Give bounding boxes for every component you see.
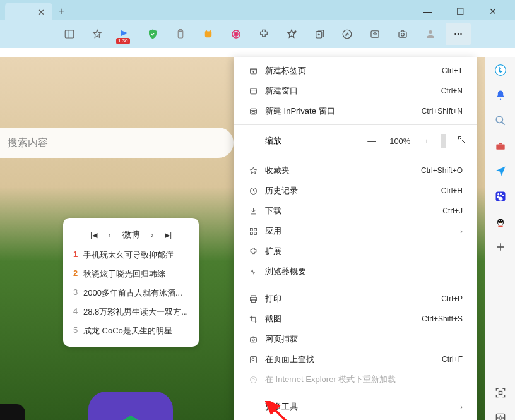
shield-icon[interactable] <box>140 23 165 45</box>
menu-favorites[interactable]: 收藏夹 Ctrl+Shift+O <box>234 160 477 181</box>
cat-icon[interactable] <box>196 23 221 45</box>
prev-icon[interactable]: ‹ <box>109 231 111 239</box>
menu-new-window[interactable]: 新建窗口 Ctrl+N <box>234 81 477 101</box>
new-window-icon <box>246 87 260 96</box>
extensions-icon[interactable] <box>251 23 276 45</box>
fullscreen-button[interactable] <box>454 134 469 148</box>
last-icon[interactable]: ▶| <box>165 231 172 239</box>
next-icon[interactable]: › <box>151 231 154 239</box>
weibo-card: |◀ ‹ 微博 › ▶| 1手机玩太久可导致抑郁症 2秋瓷炫于晓光回归韩综 32… <box>63 218 199 347</box>
svg-point-55 <box>502 195 504 196</box>
star-icon <box>246 166 260 176</box>
menu-extensions[interactable]: 扩展 <box>234 241 477 261</box>
profile-icon[interactable] <box>418 23 443 45</box>
screenshot-icon[interactable] <box>390 23 415 45</box>
svg-point-54 <box>500 193 502 195</box>
menu-performance[interactable]: 浏览器概要 <box>234 261 477 282</box>
menu-downloads[interactable]: 下载 Ctrl+J <box>234 201 477 221</box>
weibo-item[interactable]: 32000多年前古人就有冰酒... <box>63 284 199 303</box>
tab-close-icon[interactable]: ✕ <box>38 8 45 17</box>
search-bar[interactable]: 搜索内容 <box>0 128 234 158</box>
crop-icon <box>246 315 260 324</box>
svg-rect-13 <box>399 32 406 37</box>
menu-new-inprivate[interactable]: 新建 InPrivate 窗口 Ctrl+Shift+N <box>234 101 477 121</box>
weibo-item[interactable]: 428.8万彩礼男生读大一双方... <box>63 303 199 321</box>
weibo-item[interactable]: 2秋瓷炫于晓光回归韩综 <box>63 265 199 284</box>
menu-history[interactable]: 历史记录 Ctrl+H <box>234 181 477 201</box>
app-tile-tiktok[interactable] <box>0 404 25 420</box>
inprivate-icon <box>246 107 260 116</box>
svg-line-41 <box>254 360 255 361</box>
send-icon[interactable] <box>490 160 511 182</box>
svg-rect-32 <box>250 232 252 234</box>
chevron-right-icon: › <box>460 403 463 411</box>
settings-sidebar-icon[interactable] <box>490 407 511 420</box>
scan-icon[interactable] <box>490 382 511 404</box>
svg-point-61 <box>501 220 502 221</box>
page-content: 搜索内容 |◀ ‹ 微博 › ▶| 1手机玩太久可导致抑郁症 2秋瓷炫于晓光回归… <box>0 57 515 420</box>
sidebar-toggle-icon[interactable] <box>57 23 82 45</box>
qq-icon[interactable] <box>490 211 511 232</box>
menu-new-tab[interactable]: 新建标签页 Ctrl+T <box>234 61 477 81</box>
menu-separator <box>234 393 477 393</box>
svg-point-56 <box>497 196 499 198</box>
bing-icon[interactable] <box>490 59 511 81</box>
svg-point-67 <box>499 417 501 419</box>
toolbox-icon[interactable] <box>490 135 511 157</box>
close-window-button[interactable]: ✕ <box>483 3 502 20</box>
svg-point-38 <box>252 339 254 341</box>
minimize-button[interactable]: — <box>418 3 437 20</box>
more-menu-button[interactable] <box>446 23 471 45</box>
puzzle-icon <box>246 247 260 256</box>
svg-rect-28 <box>252 111 255 113</box>
svg-point-14 <box>401 33 405 37</box>
pulse-icon <box>246 267 260 277</box>
svg-point-15 <box>429 30 432 34</box>
browser-tab[interactable]: ✕ <box>5 3 52 21</box>
new-tab-button[interactable]: + <box>52 3 70 20</box>
menu-print[interactable]: 打印 Ctrl+P <box>234 289 477 309</box>
ie-mode-icon[interactable] <box>362 23 388 45</box>
ie-icon <box>246 375 260 385</box>
collections-icon[interactable] <box>307 23 332 45</box>
menu-find[interactable]: 在页面上查找 Ctrl+F <box>234 349 477 369</box>
print-icon <box>246 294 260 304</box>
menu-ie-reload: 在 Internet Explorer 模式下重新加载 <box>234 369 477 390</box>
zoom-out-button[interactable]: — <box>365 135 378 147</box>
app-tile-cube[interactable] <box>88 392 173 420</box>
flag-icon[interactable]: 1.30 <box>112 23 138 45</box>
menu-separator <box>234 157 477 157</box>
performance-icon[interactable] <box>334 23 360 45</box>
svg-rect-0 <box>65 30 74 38</box>
baidu-icon[interactable] <box>490 186 511 207</box>
search-icon[interactable] <box>490 110 511 131</box>
svg-rect-36 <box>251 299 255 302</box>
menu-screenshot[interactable]: 截图 Ctrl+Shift+S <box>234 309 477 329</box>
svg-point-53 <box>497 193 499 196</box>
weibo-header: |◀ ‹ 微博 › ▶| <box>63 224 199 246</box>
weibo-item[interactable]: 5成龙 CoCo是天生的明星 <box>63 321 199 340</box>
svg-rect-37 <box>250 337 256 342</box>
menu-webcapture[interactable]: 网页捕获 <box>234 329 477 349</box>
svg-line-49 <box>502 123 504 125</box>
svg-point-6 <box>235 33 237 35</box>
target-icon[interactable] <box>223 23 249 45</box>
svg-point-47 <box>499 99 501 100</box>
first-icon[interactable]: |◀ <box>90 231 97 239</box>
favorites-star-icon[interactable] <box>279 23 304 45</box>
plus-icon[interactable] <box>490 236 511 258</box>
clipboard-icon[interactable] <box>168 23 193 45</box>
toolbar: 1.30 <box>0 20 515 48</box>
svg-rect-39 <box>250 356 256 363</box>
favorites-icon[interactable] <box>85 23 110 45</box>
menu-separator <box>234 285 477 285</box>
svg-point-48 <box>496 116 502 123</box>
bell-icon[interactable] <box>490 85 511 106</box>
maximize-button[interactable]: ☐ <box>451 3 470 20</box>
zoom-in-button[interactable]: + <box>422 135 432 147</box>
menu-more-tools[interactable]: 更多工具 › <box>234 397 477 417</box>
weibo-item[interactable]: 1手机玩太久可导致抑郁症 <box>63 246 199 265</box>
find-icon <box>246 355 260 364</box>
menu-apps[interactable]: 应用 › <box>234 221 477 241</box>
right-sidebar <box>485 57 515 420</box>
